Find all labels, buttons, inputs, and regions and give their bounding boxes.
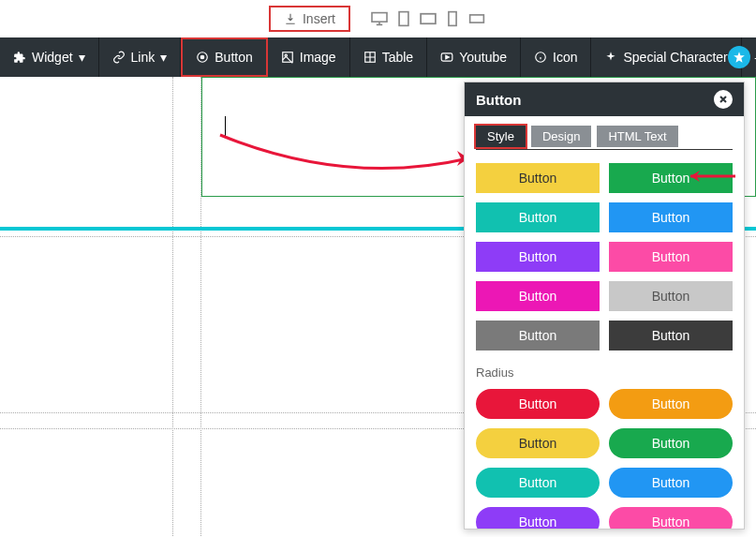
sparkle-icon: [604, 51, 617, 64]
close-icon: [718, 94, 729, 105]
download-icon: [284, 12, 297, 25]
device-icons: [369, 10, 487, 27]
panel-close-button[interactable]: [714, 90, 733, 109]
text-cursor: [225, 116, 226, 137]
image-button[interactable]: Image: [268, 37, 350, 77]
mobile-portrait-icon[interactable]: [442, 10, 463, 27]
square-buttons-grid: ButtonButtonButtonButtonButtonButtonButt…: [476, 163, 733, 351]
button-panel: Button Style Design HTML Text ButtonButt…: [464, 82, 745, 530]
widget-button[interactable]: Widget ▾: [0, 37, 99, 77]
star-icon: [733, 51, 746, 64]
link-label: Link: [131, 50, 156, 65]
sample-button-rounded[interactable]: Button: [609, 389, 733, 419]
image-label: Image: [300, 50, 336, 65]
sample-button[interactable]: Button: [476, 163, 600, 193]
info-icon: [534, 51, 547, 64]
top-bar: Insert: [0, 0, 756, 37]
radius-label: Radius: [476, 365, 733, 380]
svg-rect-3: [449, 12, 456, 26]
radio-icon: [196, 51, 209, 64]
sample-button-rounded[interactable]: Button: [609, 507, 733, 529]
tab-html[interactable]: HTML Text: [597, 126, 677, 147]
toolbar-star-button[interactable]: [728, 46, 750, 68]
sample-button-rounded[interactable]: Button: [476, 507, 600, 529]
insert-button[interactable]: Insert: [269, 6, 350, 32]
puzzle-icon: [13, 51, 26, 64]
panel-tabs: Style Design HTML Text: [476, 126, 733, 150]
sample-button[interactable]: Button: [476, 281, 600, 311]
insert-label: Insert: [303, 11, 335, 26]
image-icon: [281, 51, 294, 64]
tab-style[interactable]: Style: [476, 126, 526, 147]
sample-button-rounded[interactable]: Button: [609, 468, 733, 498]
youtube-button[interactable]: Youtube: [427, 37, 521, 77]
grid-guide: [0, 77, 173, 537]
special-char-button[interactable]: Special Character: [591, 37, 741, 77]
sample-button-rounded[interactable]: Button: [476, 468, 600, 498]
panel-header: Button: [465, 82, 744, 116]
svg-rect-2: [421, 14, 436, 24]
special-label: Special Character: [623, 50, 727, 65]
link-button[interactable]: Link ▾: [99, 37, 182, 77]
sample-button[interactable]: Button: [476, 202, 600, 232]
youtube-label: Youtube: [459, 50, 507, 65]
tablet-portrait-icon[interactable]: [393, 10, 414, 27]
desktop-icon[interactable]: [369, 10, 390, 27]
svg-rect-1: [399, 12, 408, 26]
panel-title: Button: [476, 92, 521, 108]
sample-button-rounded[interactable]: Button: [476, 389, 600, 419]
sample-button[interactable]: Button: [476, 242, 600, 272]
sample-button[interactable]: Button: [476, 321, 600, 351]
link-icon: [112, 51, 126, 64]
annotation-arrow: [681, 167, 737, 186]
sample-button-rounded[interactable]: Button: [476, 428, 600, 458]
svg-rect-7: [283, 52, 293, 63]
sample-button-rounded[interactable]: Button: [609, 428, 733, 458]
youtube-icon: [440, 51, 453, 64]
tablet-landscape-icon[interactable]: [418, 10, 438, 27]
svg-point-6: [201, 55, 205, 59]
radius-buttons-grid: ButtonButtonButtonButtonButtonButtonButt…: [476, 389, 733, 529]
sample-button[interactable]: Button: [609, 242, 733, 272]
sample-button[interactable]: Button: [609, 321, 733, 351]
caret-down-icon: ▾: [79, 50, 85, 65]
table-label: Table: [382, 50, 413, 65]
sample-button[interactable]: Button: [609, 281, 733, 311]
svg-rect-4: [470, 15, 484, 22]
table-icon: [363, 51, 377, 64]
toolbar: Widget ▾ Link ▾ Button Image Table Youtu…: [0, 37, 756, 77]
widget-label: Widget: [32, 50, 73, 65]
icon-label: Icon: [553, 50, 577, 65]
caret-down-icon: ▾: [160, 50, 167, 65]
table-button[interactable]: Table: [350, 37, 427, 77]
svg-rect-0: [372, 13, 387, 22]
icon-button[interactable]: Icon: [521, 37, 591, 77]
button-label: Button: [215, 50, 252, 65]
toolbar-button-item[interactable]: Button: [181, 37, 267, 77]
tab-design[interactable]: Design: [531, 126, 591, 147]
mobile-landscape-icon[interactable]: [467, 10, 487, 27]
sample-button[interactable]: Button: [609, 202, 733, 232]
